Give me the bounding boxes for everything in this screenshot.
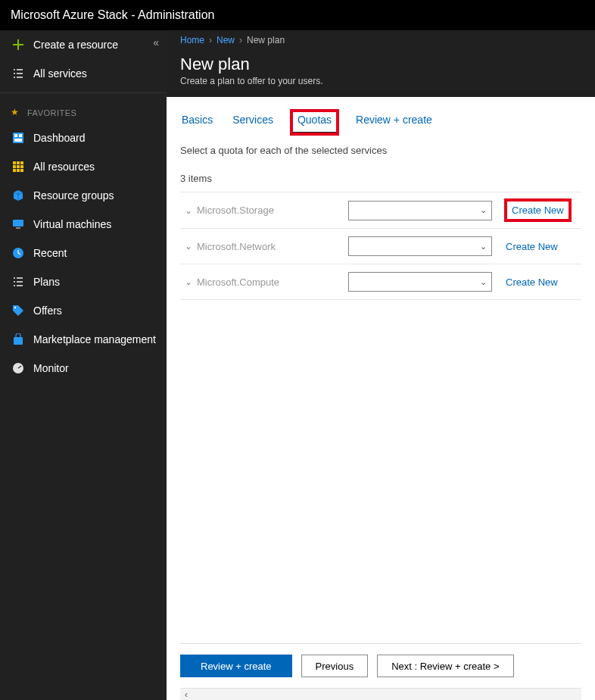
chevron-left-icon: ‹ — [185, 689, 188, 700]
sidebar-item-label: Resource groups — [33, 189, 114, 202]
chevron-right-icon: › — [209, 35, 212, 45]
content-area: Basics Services Quotas Review + create S… — [167, 97, 595, 700]
sidebar-item-marketplace[interactable]: Marketplace management — [0, 325, 167, 354]
service-name: Microsoft.Storage — [197, 205, 348, 216]
svg-rect-1 — [14, 134, 17, 137]
tabs: Basics Services Quotas Review + create — [180, 111, 581, 134]
quota-list: ⌄ Microsoft.Storage ⌄ Create New ⌄ Micro… — [180, 192, 581, 300]
instruction-text: Select a quota for each of the selected … — [180, 145, 581, 156]
divider — [0, 92, 167, 93]
cube-icon — [12, 189, 29, 202]
tab-review-create[interactable]: Review + create — [354, 111, 434, 134]
svg-rect-11 — [17, 169, 20, 172]
sidebar-item-label: Plans — [33, 276, 60, 288]
create-new-link[interactable]: Create New — [506, 277, 558, 288]
sidebar-item-offers[interactable]: Offers — [0, 296, 167, 325]
review-create-button[interactable]: Review + create — [180, 655, 292, 677]
sidebar-item-resource-groups[interactable]: Resource groups — [0, 181, 167, 210]
chevron-down-icon[interactable]: ⌄ — [180, 205, 197, 216]
sidebar-item-label: All services — [33, 67, 87, 80]
monitor-icon — [12, 217, 29, 231]
quota-row: ⌄ Microsoft.Storage ⌄ Create New — [180, 192, 581, 228]
svg-rect-4 — [13, 161, 16, 164]
sidebar-item-all-resources[interactable]: All resources — [0, 152, 167, 181]
sidebar-item-label: Create a resource — [33, 39, 118, 51]
create-new-link[interactable]: Create New — [506, 200, 570, 220]
chevron-down-icon[interactable]: ⌄ — [180, 241, 197, 252]
sidebar-item-recent[interactable]: Recent — [0, 239, 167, 267]
list-icon — [12, 67, 29, 80]
svg-rect-10 — [13, 169, 16, 172]
svg-rect-8 — [17, 165, 20, 168]
sidebar-item-label: Monitor — [33, 362, 69, 374]
caret-down-icon: ⌄ — [480, 205, 487, 215]
grid-icon — [12, 160, 29, 173]
sidebar-collapse-icon[interactable]: « — [153, 36, 159, 48]
quota-dropdown[interactable]: ⌄ — [348, 272, 492, 292]
chevron-down-icon[interactable]: ⌄ — [180, 277, 197, 287]
gauge-icon — [12, 361, 29, 375]
breadcrumb-current: New plan — [247, 35, 285, 45]
footer-bar: Review + create Previous Next : Review +… — [180, 643, 581, 688]
sidebar-create-resource[interactable]: Create a resource — [0, 30, 167, 59]
chevron-right-icon: › — [239, 35, 242, 45]
svg-rect-3 — [14, 139, 22, 142]
svg-rect-14 — [16, 227, 20, 229]
tab-services[interactable]: Services — [231, 111, 275, 134]
sidebar-item-monitor[interactable]: Monitor — [0, 354, 167, 383]
favorites-header: ★ FAVORITES — [0, 98, 167, 123]
sidebar-item-label: All resources — [33, 161, 95, 173]
quota-row: ⌄ Microsoft.Compute ⌄ Create New — [180, 264, 581, 299]
plans-icon — [12, 275, 29, 289]
sidebar-item-label: Offers — [33, 305, 62, 317]
tab-basics[interactable]: Basics — [180, 111, 214, 134]
sidebar-all-services[interactable]: All services — [0, 59, 167, 88]
breadcrumb-new[interactable]: New — [217, 35, 235, 45]
service-name: Microsoft.Compute — [197, 277, 348, 288]
next-button[interactable]: Next : Review + create > — [377, 655, 513, 677]
sidebar-item-label: Recent — [33, 247, 67, 259]
svg-rect-9 — [20, 165, 23, 168]
svg-rect-12 — [20, 169, 23, 172]
svg-point-16 — [14, 307, 16, 308]
horizontal-scrollbar[interactable]: ‹ — [180, 688, 581, 700]
quota-row: ⌄ Microsoft.Network ⌄ Create New — [180, 228, 581, 264]
quota-dropdown[interactable]: ⌄ — [348, 201, 492, 220]
page-subtitle: Create a plan to offer to your users. — [180, 76, 581, 86]
service-name: Microsoft.Network — [197, 241, 348, 252]
top-bar: Microsoft Azure Stack - Administration — [0, 0, 595, 30]
sidebar-item-label: Marketplace management — [33, 333, 156, 345]
breadcrumb: Home › New › New plan — [167, 30, 595, 50]
clock-icon — [12, 246, 29, 260]
sidebar-item-plans[interactable]: Plans — [0, 267, 167, 296]
star-icon: ★ — [11, 107, 20, 117]
app-title: Microsoft Azure Stack - Administration — [11, 8, 214, 22]
page-header: New plan Create a plan to offer to your … — [167, 50, 595, 97]
item-count: 3 items — [180, 173, 581, 184]
sidebar: « Create a resource All services ★ FAVOR… — [0, 30, 167, 700]
sidebar-item-dashboard[interactable]: Dashboard — [0, 123, 167, 152]
sidebar-item-virtual-machines[interactable]: Virtual machines — [0, 210, 167, 239]
svg-rect-7 — [13, 165, 16, 168]
bag-icon — [12, 333, 29, 346]
svg-rect-5 — [17, 161, 20, 164]
page-title: New plan — [180, 55, 581, 74]
svg-rect-17 — [14, 337, 23, 345]
quota-dropdown[interactable]: ⌄ — [348, 236, 492, 256]
breadcrumb-home[interactable]: Home — [180, 35, 204, 45]
svg-rect-13 — [13, 220, 23, 227]
create-new-link[interactable]: Create New — [506, 241, 558, 252]
caret-down-icon: ⌄ — [480, 242, 487, 252]
svg-rect-2 — [19, 134, 22, 137]
caret-down-icon: ⌄ — [480, 277, 487, 287]
tab-quotas[interactable]: Quotas — [291, 111, 338, 134]
favorites-label: FAVORITES — [27, 108, 76, 117]
previous-button[interactable]: Previous — [301, 655, 369, 677]
main-panel: Home › New › New plan New plan Create a … — [167, 30, 595, 700]
tag-icon — [12, 304, 29, 317]
sidebar-item-label: Dashboard — [33, 132, 86, 144]
sidebar-item-label: Virtual machines — [33, 218, 111, 230]
dashboard-icon — [12, 131, 29, 145]
plus-icon — [12, 38, 29, 52]
svg-rect-6 — [20, 161, 23, 164]
